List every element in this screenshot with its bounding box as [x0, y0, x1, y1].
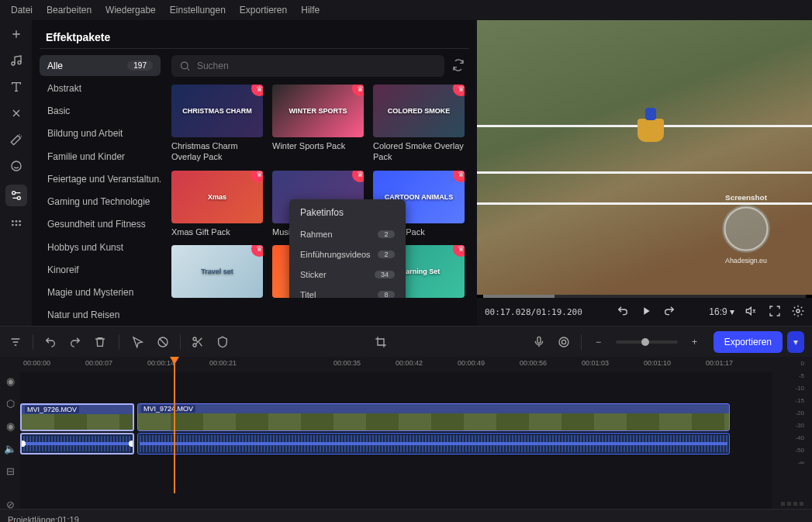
context-row[interactable]: Rahmen2 — [289, 224, 406, 244]
pack-card[interactable]: Travel set♛ — [171, 245, 263, 298]
premium-badge-icon: ♛ — [453, 171, 465, 182]
menu-wiedergabe[interactable]: Wiedergabe — [105, 5, 156, 16]
color-icon[interactable] — [556, 334, 572, 350]
marker-icon[interactable]: ⊟ — [6, 465, 15, 477]
export-button[interactable]: Exportieren — [714, 331, 783, 353]
pack-title: Colored Smoke Overlay Pack — [373, 140, 465, 163]
disable-icon[interactable] — [155, 334, 171, 350]
category-item[interactable]: Abstrakt — [40, 78, 161, 99]
audio-meters: 0 -5 -10 -15 -20 -30 -40 -50 -∞ — [772, 357, 812, 509]
category-item[interactable]: Feiertage und Veranstaltun... — [40, 168, 161, 189]
export-dropdown[interactable]: ▾ — [787, 331, 804, 353]
ctx-label: Rahmen — [300, 230, 333, 239]
ctx-label: Sticker — [300, 270, 327, 279]
svg-point-19 — [561, 340, 565, 344]
menu-bearbeiten[interactable]: Bearbeiten — [47, 5, 92, 16]
pack-card[interactable]: WINTER SPORTS♛Winter Sports Pack — [272, 85, 364, 163]
preview-video[interactable]: ScreenshotAhadesign.eu — [477, 20, 812, 295]
ruler-tick: 00:01:17 — [706, 359, 733, 367]
video-clip[interactable]: MVI_9726.MOV — [20, 403, 134, 431]
timeline[interactable]: 00:00:00 00:00:07 00:00:14 00:00:21 00:0… — [20, 357, 772, 509]
crop-icon[interactable] — [373, 334, 389, 350]
menubar: Datei Bearbeiten Wiedergabe Einstellunge… — [0, 0, 812, 20]
shield-icon[interactable] — [215, 334, 230, 350]
cut-icon[interactable] — [190, 334, 206, 350]
category-item[interactable]: Hobbys und Kunst — [40, 237, 161, 258]
context-row[interactable]: Einführungsvideos2 — [289, 244, 406, 264]
lock-icon[interactable]: ⬡ — [6, 398, 15, 410]
refresh-icon[interactable] — [452, 59, 465, 74]
playhead[interactable] — [174, 357, 175, 493]
audio-clip[interactable] — [20, 433, 134, 455]
time-ruler[interactable]: 00:00:00 00:00:07 00:00:14 00:00:21 00:0… — [20, 357, 772, 372]
pack-card[interactable]: COLORED SMOKE♛Colored Smoke Overlay Pack — [373, 85, 465, 163]
category-item[interactable]: Familie und Kinder — [40, 146, 161, 167]
undo-icon[interactable] — [43, 334, 58, 350]
menu-datei[interactable]: Datei — [11, 5, 33, 16]
aspect-ratio[interactable]: 16:9 ▾ — [709, 306, 734, 317]
watermark-icon: ScreenshotAhadesign.eu — [703, 186, 789, 271]
category-item[interactable]: Kinoreif — [40, 259, 161, 280]
menu-einstellungen[interactable]: Einstellungen — [170, 5, 226, 16]
scrubber[interactable] — [483, 295, 806, 298]
redo-icon[interactable] — [67, 334, 83, 350]
fullscreen-icon[interactable] — [769, 305, 781, 320]
transition-icon[interactable] — [9, 105, 24, 121]
pack-card[interactable]: CHRISTMAS CHARM♛Christmas Charm Overlay … — [171, 85, 263, 163]
delete-icon[interactable] — [92, 334, 108, 350]
video-clip[interactable]: MVI_9724.MOV — [137, 403, 730, 431]
ctx-count: 34 — [375, 271, 395, 278]
menu-exportieren[interactable]: Exportieren — [240, 5, 287, 16]
pack-title: Xmas Gift Pack — [171, 226, 263, 237]
meter-tick: -40 — [795, 434, 804, 441]
audio-track[interactable] — [20, 433, 772, 455]
status-value: 01:19 — [57, 515, 79, 523]
zoom-slider[interactable] — [616, 341, 678, 344]
svg-point-0 — [12, 62, 15, 65]
category-label: Kinoreif — [47, 264, 79, 275]
context-row[interactable]: Sticker34 — [289, 264, 406, 285]
category-item[interactable]: Natur und Reisen — [40, 305, 161, 326]
wand-icon[interactable] — [9, 132, 24, 147]
text-icon[interactable] — [9, 79, 24, 95]
category-item[interactable]: Basic — [40, 101, 161, 122]
ctx-count: 8 — [378, 291, 395, 298]
sticker-icon[interactable] — [9, 158, 24, 174]
context-row[interactable]: Titel8 — [289, 285, 406, 298]
pointer-icon[interactable] — [130, 334, 146, 350]
zoom-in-icon[interactable]: + — [687, 334, 703, 350]
zoom-thumb[interactable] — [641, 338, 649, 346]
volume-icon[interactable] — [745, 305, 758, 320]
video-track[interactable]: MVI_9726.MOV MVI_9724.MOV — [20, 402, 772, 433]
eye2-icon[interactable]: ◉ — [6, 420, 15, 432]
category-alle[interactable]: Alle 197 — [40, 55, 161, 76]
music-icon[interactable] — [9, 53, 24, 68]
more-icon[interactable] — [9, 217, 24, 233]
pack-title: Christmas Charm Overlay Pack — [171, 140, 263, 163]
filter-icon[interactable] — [8, 334, 23, 350]
add-icon[interactable] — [9, 26, 24, 42]
redo-jump-icon[interactable] — [663, 305, 676, 320]
zoom-out-icon[interactable]: − — [591, 334, 606, 350]
effects-icon[interactable] — [5, 185, 27, 206]
thumb-label: Travel set — [171, 245, 263, 298]
svg-point-10 — [722, 205, 770, 253]
category-item[interactable]: Gaming und Technologie — [40, 192, 161, 213]
hidden-icon[interactable]: ⊘ — [6, 499, 15, 510]
speaker-icon[interactable]: 🔈 — [4, 443, 16, 455]
menu-hilfe[interactable]: Hilfe — [301, 5, 320, 16]
settings-icon[interactable] — [792, 305, 804, 320]
category-item[interactable]: Bildung und Arbeit — [40, 123, 161, 144]
mic-icon[interactable] — [531, 334, 547, 350]
category-item[interactable]: Gesundheit und Fitness — [40, 214, 161, 235]
play-icon[interactable] — [640, 305, 652, 320]
category-item[interactable]: Magie und Mysterien — [40, 282, 161, 303]
search-box[interactable] — [171, 55, 444, 77]
eye-icon[interactable]: ◉ — [6, 375, 15, 387]
pack-card[interactable]: Xmas♛Xmas Gift Pack — [171, 171, 263, 237]
search-input[interactable] — [197, 60, 437, 71]
category-list: Alle 197 Abstrakt Basic Bildung und Arbe… — [40, 55, 167, 326]
undo-jump-icon[interactable] — [617, 305, 629, 320]
svg-point-7 — [15, 224, 17, 226]
audio-clip[interactable] — [137, 433, 730, 455]
